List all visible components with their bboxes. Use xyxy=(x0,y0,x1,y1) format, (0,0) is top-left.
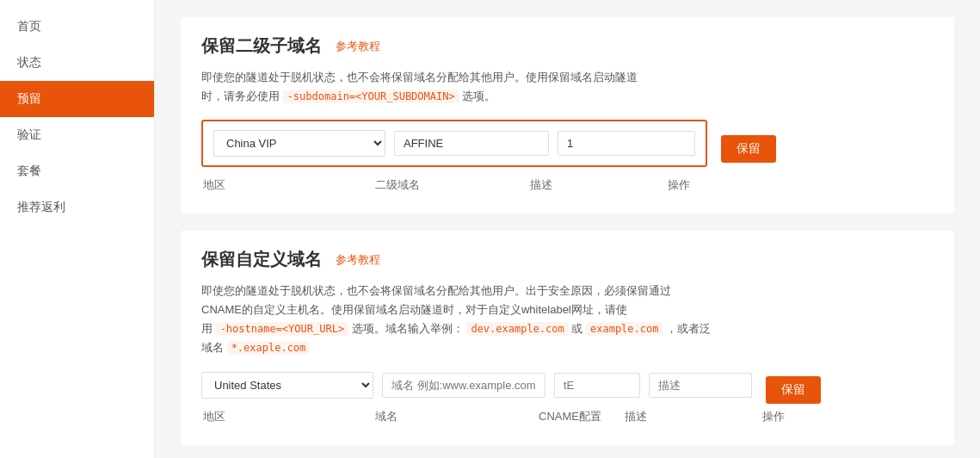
sidebar-item-验证[interactable]: 验证 xyxy=(0,117,154,153)
section1-desc: 即使您的隧道处于脱机状态，也不会将保留域名分配给其他用户。使用保留域名启动隧道 … xyxy=(201,68,872,106)
section1-title: 保留二级子域名 xyxy=(201,34,322,58)
section1-col-desc: 描述 xyxy=(530,177,668,193)
section2-domain-input[interactable] xyxy=(382,373,545,398)
sidebar-item-状态[interactable]: 状态 xyxy=(0,45,154,81)
section1-save-button[interactable]: 保留 xyxy=(721,135,776,163)
section1-desc-input[interactable] xyxy=(558,131,695,156)
section2-form-row: United StatesChina VIPJapanEurope xyxy=(201,372,752,399)
sidebar: 首页状态预留验证套餐推荐返利 xyxy=(0,0,155,458)
section2-save-button[interactable]: 保留 xyxy=(766,376,821,404)
section2-col-region: 地区 xyxy=(203,409,375,424)
section-custom-domain: 保留自定义域名 参考教程 即使您的隧道处于脱机状态，也不会将保留域名分配给其他用… xyxy=(181,231,954,444)
section1-ref-link[interactable]: 参考教程 xyxy=(336,39,380,54)
section2-col-desc: 描述 xyxy=(625,409,762,424)
section2-col-domain: 域名 xyxy=(375,409,539,424)
section1-col-subdomain: 二级域名 xyxy=(375,177,530,193)
sidebar-item-首页[interactable]: 首页 xyxy=(0,9,154,45)
section2-title: 保留自定义域名 xyxy=(201,248,322,271)
section1-subdomain-input[interactable] xyxy=(394,131,549,156)
sidebar-item-套餐[interactable]: 套餐 xyxy=(0,153,154,189)
section2-col-headers: 地区 域名 CNAME配置 描述 操作 xyxy=(201,409,934,424)
arrow-decoration xyxy=(882,34,934,77)
section1-form-row: China VIPUnited StatesJapanEurope xyxy=(201,120,707,167)
section2-desc-input[interactable] xyxy=(649,373,752,398)
section-subdomain: 保留二级子域名 参考教程 即使您的隧道处于脱机状态，也不会将保留域名分配给其他用… xyxy=(181,17,954,214)
section2-region-select[interactable]: United StatesChina VIPJapanEurope xyxy=(201,372,373,399)
section2-col-cname: CNAME配置 xyxy=(539,409,625,424)
sidebar-item-推荐返利[interactable]: 推荐返利 xyxy=(0,189,154,226)
section2-desc: 即使您的隧道处于脱机状态，也不会将保留域名分配给其他用户。出于安全原因，必须保留… xyxy=(201,282,934,357)
section2-cname-input[interactable] xyxy=(554,373,640,398)
section1-region-select[interactable]: China VIPUnited StatesJapanEurope xyxy=(213,130,385,157)
sidebar-item-预留[interactable]: 预留 xyxy=(0,81,154,117)
section2-ref-link[interactable]: 参考教程 xyxy=(336,252,380,268)
section1-col-op: 操作 xyxy=(668,177,870,193)
section1-col-headers: 地区 二级域名 描述 操作 xyxy=(201,177,872,193)
section2-col-op: 操作 xyxy=(762,409,932,424)
section1-col-region: 地区 xyxy=(203,177,375,193)
main-content: 保留二级子域名 参考教程 即使您的隧道处于脱机状态，也不会将保留域名分配给其他用… xyxy=(155,0,980,458)
